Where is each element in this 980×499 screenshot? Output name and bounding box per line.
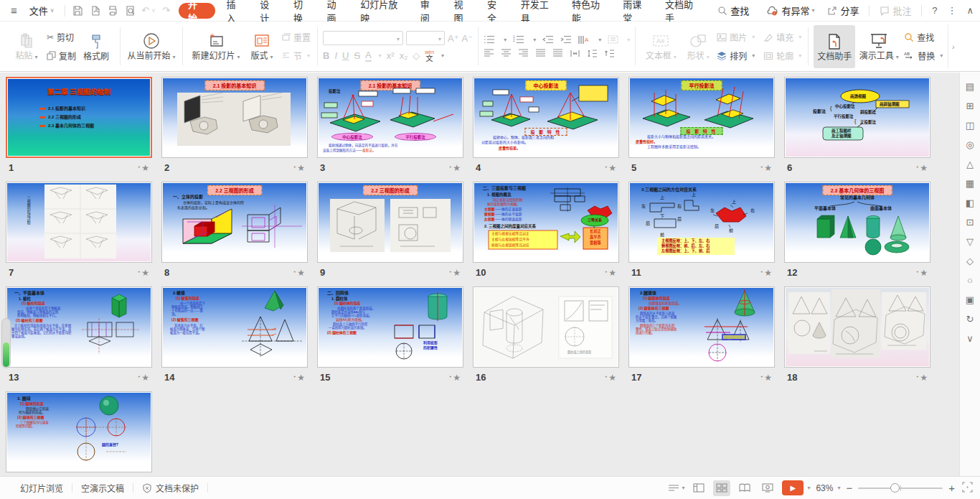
help-button[interactable]: ?	[925, 0, 943, 22]
align-center-icon[interactable]	[501, 49, 512, 57]
slide-thumbnail-8[interactable]: 2.2 三视图的形成 一、立体的投影 立体的投影，实际上是构成该立体的所 有表面…	[161, 182, 308, 263]
transition-star-icon[interactable]: ⋆★	[293, 268, 305, 278]
layout-button[interactable]: 版式▾	[244, 25, 280, 68]
paragraph-spacing-icon[interactable]	[604, 49, 615, 58]
slide-thumbnail-1[interactable]: 第二章 三视图的绘制 2.1 投影的基本知识 2.2 三视图的形成 2.3 基本…	[6, 77, 152, 158]
transition-star-icon[interactable]: ⋆★	[293, 373, 305, 383]
slide-sorter-canvas[interactable]: 第二章 三视图的绘制 2.1 投影的基本知识 2.2 三视图的形成 2.3 基本…	[0, 73, 959, 476]
notes-toggle[interactable]: ▾	[668, 484, 684, 493]
font-size-select[interactable]: ▾	[406, 31, 445, 45]
slide-thumbnail-4[interactable]: 中心投影法	[473, 77, 619, 158]
slide-thumbnail-7[interactable]: 三视图的形成过程	[6, 182, 152, 263]
align-left-icon[interactable]	[484, 49, 494, 57]
slide-thumbnail-13[interactable]: 一、平面基本体 1. 棱柱 (1) 棱柱的组成 由两个底面和若干侧棱面 组成。侧…	[6, 286, 152, 368]
tab-transition[interactable]: 切换	[286, 0, 319, 22]
arrange-button[interactable]: 排列▾	[715, 49, 756, 63]
bullet-list-icon[interactable]	[484, 35, 495, 44]
transition-star-icon[interactable]: ⋆★	[448, 373, 461, 383]
sync-status-button[interactable]: ! 有异常▾	[760, 0, 821, 22]
slide-thumbnail-2[interactable]: 2.1 投影的基本知识	[161, 77, 308, 158]
play-from-current-button[interactable]: 从当前开始▾	[126, 25, 177, 68]
numbered-list-icon[interactable]: 12	[513, 35, 524, 44]
save-icon[interactable]	[70, 3, 86, 19]
transition-star-icon[interactable]: ⋆★	[604, 268, 616, 278]
slide-thumbnail-5[interactable]: 平行投影法 投 影 特 性 投影大小	[628, 77, 775, 158]
format-painter-button[interactable]: 格式刷	[77, 25, 115, 68]
slide-thumbnail-14[interactable]: 2.棱锥 (1) 棱锥的组成 由一个底面和若干 侧棱面组成。侧棱线交 于有限远的…	[161, 286, 308, 368]
decrease-indent-icon[interactable]	[542, 35, 554, 44]
grid-panel-icon[interactable]: ▦	[963, 177, 976, 190]
transition-star-icon[interactable]: ⋆★	[760, 373, 772, 383]
zoom-out-button[interactable]: −	[846, 482, 852, 494]
copy-button[interactable]: 复制	[45, 49, 77, 63]
slide-thumbnail-17[interactable]: 2.圆锥体 (1) 圆锥体的组成 由圆锥面和底面组成。 (2) 圆锥体的三视图 …	[628, 286, 775, 368]
slide-thumbnail-16[interactable]: 圆柱面上线的投影	[473, 286, 619, 368]
tab-design[interactable]: 设计	[252, 0, 286, 22]
transition-star-icon[interactable]: ⋆★	[604, 373, 616, 383]
hamburger-icon[interactable]: ≡	[6, 3, 22, 19]
align-right-icon[interactable]	[518, 49, 529, 57]
transition-star-icon[interactable]: ⋆★	[137, 373, 149, 383]
transition-star-icon[interactable]: ⋆★	[448, 163, 461, 173]
reading-view-button[interactable]	[736, 480, 753, 496]
zoom-slider[interactable]	[858, 488, 943, 489]
template-panel-icon[interactable]: ▣	[963, 293, 976, 306]
slide-thumbnail-3[interactable]: 2.1 投影的基本知识 投影法	[317, 77, 463, 158]
tab-doc-assistant[interactable]: 文档助手	[657, 0, 708, 22]
selection-pane-icon[interactable]: ◫	[963, 118, 976, 131]
find-button[interactable]: 查找	[711, 0, 755, 22]
tab-rain-classroom[interactable]: 雨课堂	[615, 0, 657, 22]
zoom-slider-knob[interactable]	[890, 483, 900, 493]
tab-insert[interactable]: 插入	[219, 0, 253, 22]
transition-star-icon[interactable]: ⋆★	[915, 373, 928, 383]
share-button[interactable]: 分享	[821, 0, 865, 22]
shapes-panel-icon[interactable]: △	[963, 157, 976, 170]
normal-view-button[interactable]	[690, 480, 707, 496]
tab-review[interactable]: 审阅	[413, 0, 446, 22]
page-scroll-indicator[interactable]	[1, 318, 11, 368]
replace-button[interactable]: AB替换▾	[903, 49, 944, 63]
text-direction-icon[interactable]: A	[578, 35, 590, 45]
justify-icon[interactable]	[535, 49, 546, 57]
comment-panel-icon[interactable]: ○	[963, 274, 976, 286]
slide-thumbnail-6[interactable]: 投影法 { { 中心投影法 平行投影法 斜投影法 正投影法 画透视图 画斜轴测图…	[784, 77, 930, 158]
print-preview-icon[interactable]	[123, 3, 139, 19]
transition-star-icon[interactable]: ⋆★	[604, 163, 616, 173]
more-panels-icon[interactable]: ∨	[963, 332, 976, 345]
transition-star-icon[interactable]: ⋆★	[293, 163, 305, 173]
print-icon[interactable]	[105, 3, 121, 19]
layers-panel-icon[interactable]: ⊞	[963, 99, 976, 112]
export-icon[interactable]	[87, 3, 103, 19]
slide-thumbnail-12[interactable]: 2.3 基本几何体的三视图 常见的基本几何体 平面基本体 曲面基本体	[784, 182, 930, 263]
font-name-select[interactable]: ▾	[323, 31, 403, 45]
properties-panel-icon[interactable]: ▤	[963, 80, 976, 93]
find-ribbon-button[interactable]: 查找	[903, 30, 944, 45]
outline-panel-icon[interactable]: ▽	[963, 235, 976, 248]
more-button[interactable]: ⋮	[944, 0, 961, 22]
transition-star-icon[interactable]: ⋆★	[760, 163, 772, 173]
new-slide-button[interactable]: ✳ 新建幻灯片▾	[188, 25, 244, 68]
slide-thumbnail-15[interactable]: 二、回转体 1. 圆柱体 (1) 圆柱体的组成 由圆柱面和两个底面组成。 圆柱面…	[317, 286, 463, 368]
zoom-level[interactable]: 63% ▾	[816, 483, 840, 493]
transition-star-icon[interactable]: ⋆★	[137, 268, 149, 278]
transition-star-icon[interactable]: ⋆★	[760, 268, 772, 278]
ribbon-expander[interactable]: ›	[948, 24, 958, 68]
transition-star-icon[interactable]: ⋆★	[137, 163, 149, 173]
tab-slideshow[interactable]: 幻灯片放映	[352, 0, 413, 22]
zoom-in-button[interactable]: +	[948, 482, 955, 494]
increase-indent-icon[interactable]	[560, 35, 572, 44]
tab-security[interactable]: 安全	[479, 0, 513, 22]
transition-star-icon[interactable]: ⋆★	[448, 268, 461, 278]
slide-sorter-view-button[interactable]	[713, 480, 730, 496]
collapse-ribbon-button[interactable]: ∧	[961, 0, 980, 22]
column-spacing-icon[interactable]	[570, 49, 580, 58]
doc-assistant-button[interactable]: 文档助手	[814, 25, 855, 68]
slideshow-view-button[interactable]	[759, 480, 776, 496]
protect-status[interactable]: 文档未保护	[133, 477, 207, 499]
file-menu[interactable]: 文件∨	[23, 0, 61, 22]
tab-home[interactable]: 开始	[179, 3, 215, 19]
phonetic-guide-icon[interactable]: wén文	[425, 49, 434, 62]
line-spacing-icon[interactable]	[587, 49, 598, 58]
slide-thumbnail-9[interactable]: 2.2 三视图的形成	[317, 182, 463, 263]
tab-features[interactable]: 特色功能	[564, 0, 615, 22]
